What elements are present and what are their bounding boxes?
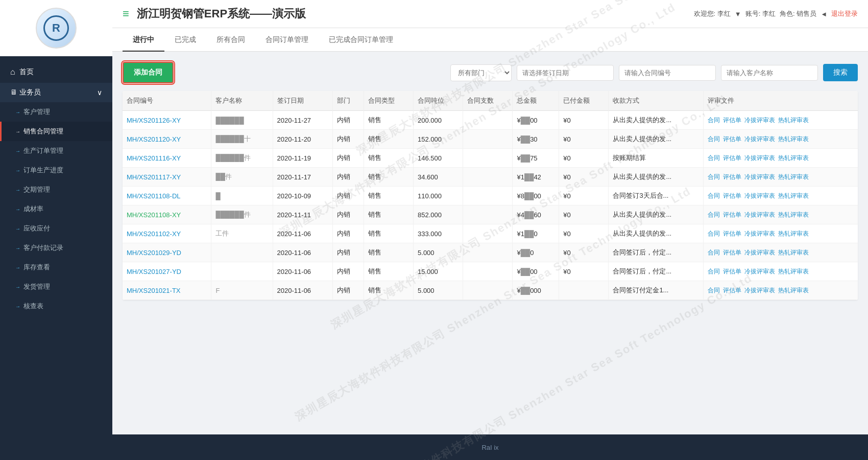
action-link-3-0[interactable]: 合同 [708, 173, 720, 181]
cell-type-8: 销售 [364, 262, 413, 281]
date-filter-input[interactable] [517, 65, 614, 81]
customer-filter-input[interactable] [721, 65, 818, 81]
cell-date-6: 2020-11-06 [273, 224, 333, 243]
tab-completed-order-mgmt[interactable]: 已完成合同订单管理 [319, 28, 403, 52]
contract-no-link-5[interactable]: MH/XS201108-XY [127, 211, 181, 219]
toolbar: 添加合同 所有部门 搜索 [123, 62, 858, 83]
contract-no-link-8[interactable]: MH/XS201027-YD [127, 268, 181, 275]
action-link-3-1[interactable]: 评估单 [723, 173, 741, 181]
contract-no-filter-input[interactable] [619, 65, 716, 81]
welcome-text: 欢迎您: 李红 [694, 9, 731, 18]
col-paid: 已付金额 [559, 91, 609, 111]
action-link-8-0[interactable]: 合同 [708, 267, 720, 276]
sidebar-item-payment-record[interactable]: → 客户付款记录 [0, 238, 112, 258]
action-link-2-1[interactable]: 评估单 [723, 154, 741, 163]
contract-no-link-1[interactable]: MH/XS201120-XY [127, 135, 181, 143]
action-link-5-0[interactable]: 合同 [708, 211, 720, 219]
cell-payment-9: 合同签订付定金1... [609, 281, 704, 300]
action-link-2-0[interactable]: 合同 [708, 154, 720, 163]
monitor-icon: 🖥 [10, 88, 19, 96]
tab-in-progress[interactable]: 进行中 [123, 28, 164, 52]
search-button[interactable]: 搜索 [823, 64, 858, 81]
sidebar-item-home[interactable]: ⌂ 首页 [0, 61, 112, 83]
menu-toggle-icon[interactable]: ≡ [123, 7, 129, 20]
action-link-7-0[interactable]: 合同 [708, 248, 720, 257]
action-links-4: 合同评估单冷拔评审表热轧评审表 [708, 192, 854, 200]
add-contract-button[interactable]: 添加合同 [123, 62, 174, 83]
action-link-4-2[interactable]: 冷拔评审表 [744, 192, 775, 200]
action-link-2-3[interactable]: 热轧评审表 [778, 154, 809, 163]
table-row: MH/XS201108-XY ██████件 2020-11-11 内销 销售 … [123, 205, 858, 224]
action-link-3-3[interactable]: 热轧评审表 [778, 173, 809, 181]
col-total: 总金额 [513, 91, 559, 111]
sidebar-section-business[interactable]: 🖥 业务员 ∨ [0, 83, 112, 102]
action-link-0-1[interactable]: 评估单 [723, 116, 741, 125]
tab-contract-order-mgmt[interactable]: 合同订单管理 [255, 28, 319, 52]
col-customer: 客户名称 [211, 91, 273, 111]
action-link-0-0[interactable]: 合同 [708, 116, 720, 125]
cell-tonnage-2: 146.500 [414, 149, 463, 168]
content-body: 添加合同 所有部门 搜索 合同编号 客户名称 签订日期 [112, 52, 868, 310]
customer-name-4: █ [215, 192, 220, 200]
cell-date-5: 2020-11-11 [273, 205, 333, 224]
action-link-1-1[interactable]: 评估单 [723, 135, 741, 144]
contract-no-link-6[interactable]: MH/XS201102-XY [127, 230, 181, 238]
sidebar-item-receivable[interactable]: → 应收应付 [0, 219, 112, 238]
action-link-9-1[interactable]: 评估单 [723, 286, 741, 295]
action-link-9-2[interactable]: 冷拔评审表 [744, 286, 775, 295]
action-link-9-3[interactable]: 热轧评审表 [778, 286, 809, 295]
cell-type-1: 销售 [364, 130, 413, 149]
col-payment: 收款方式 [609, 91, 704, 111]
sidebar-item-inventory[interactable]: → 库存查看 [0, 258, 112, 277]
action-link-0-2[interactable]: 冷拔评审表 [744, 116, 775, 125]
action-link-7-3[interactable]: 热轧评审表 [778, 248, 809, 257]
contract-no-link-4[interactable]: MH/XS201108-DL [127, 192, 181, 200]
sidebar-item-shipping[interactable]: → 发货管理 [0, 277, 112, 296]
action-link-8-1[interactable]: 评估单 [723, 267, 741, 276]
action-link-8-2[interactable]: 冷拔评审表 [744, 267, 775, 276]
action-link-9-0[interactable]: 合同 [708, 286, 720, 295]
action-link-5-2[interactable]: 冷拔评审表 [744, 211, 775, 219]
action-link-1-2[interactable]: 冷拔评审表 [744, 135, 775, 144]
action-link-6-1[interactable]: 评估单 [723, 229, 741, 238]
cell-paid-2: ¥0 [559, 149, 609, 168]
sidebar-item-delivery[interactable]: → 交期管理 [0, 180, 112, 199]
sidebar-item-yield[interactable]: → 成材率 [0, 199, 112, 219]
action-link-6-3[interactable]: 热轧评审表 [778, 229, 809, 238]
contract-no-link-7[interactable]: MH/XS201029-YD [127, 249, 181, 257]
action-link-4-0[interactable]: 合同 [708, 192, 720, 200]
customer-name-5: ██████件 [215, 211, 250, 218]
contract-no-link-3[interactable]: MH/XS201117-XY [127, 173, 181, 181]
action-link-6-2[interactable]: 冷拔评审表 [744, 229, 775, 238]
action-link-5-1[interactable]: 评估单 [723, 211, 741, 219]
sidebar-item-order-progress[interactable]: → 订单生产进度 [0, 160, 112, 180]
sidebar-item-production-order[interactable]: → 生产订单管理 [0, 141, 112, 160]
logout-link[interactable]: 退出登录 [831, 9, 858, 18]
action-link-4-3[interactable]: 热轧评审表 [778, 192, 809, 200]
action-link-1-0[interactable]: 合同 [708, 135, 720, 144]
sidebar-item-customer[interactable]: → 客户管理 [0, 102, 112, 122]
dept-filter-select[interactable]: 所有部门 [450, 64, 512, 81]
contract-no-link-9[interactable]: MH/XS201021-TX [127, 287, 181, 294]
tab-completed[interactable]: 已完成 [164, 28, 206, 52]
tab-all-contracts[interactable]: 所有合同 [206, 28, 255, 52]
arrow-icon: → [15, 226, 20, 232]
contract-no-link-2[interactable]: MH/XS201116-XY [127, 154, 181, 162]
action-link-2-2[interactable]: 冷拔评审表 [744, 154, 775, 163]
action-link-7-2[interactable]: 冷拔评审表 [744, 248, 775, 257]
action-link-0-3[interactable]: 热轧评审表 [778, 116, 809, 125]
contract-no-link-0[interactable]: MH/XS201126-XY [127, 117, 181, 124]
action-link-3-2[interactable]: 冷拔评审表 [744, 173, 775, 181]
action-link-5-3[interactable]: 热轧评审表 [778, 211, 809, 219]
table-row: MH/XS201108-DL █ 2020-10-09 内销 销售 110.00… [123, 187, 858, 205]
action-link-1-3[interactable]: 热轧评审表 [778, 135, 809, 144]
action-link-6-0[interactable]: 合同 [708, 229, 720, 238]
action-link-4-1[interactable]: 评估单 [723, 192, 741, 200]
cell-total-0: ¥██00 [513, 111, 559, 130]
sidebar-item-sales-contract[interactable]: → 销售合同管理 [0, 122, 112, 141]
action-link-7-1[interactable]: 评估单 [723, 248, 741, 257]
sidebar-item-checklist[interactable]: → 核查表 [0, 296, 112, 316]
cell-customer-0: ██████ [211, 111, 273, 130]
table-row: MH/XS201102-XY 工件 2020-11-06 内销 销售 333.0… [123, 224, 858, 243]
action-link-8-3[interactable]: 热轧评审表 [778, 267, 809, 276]
